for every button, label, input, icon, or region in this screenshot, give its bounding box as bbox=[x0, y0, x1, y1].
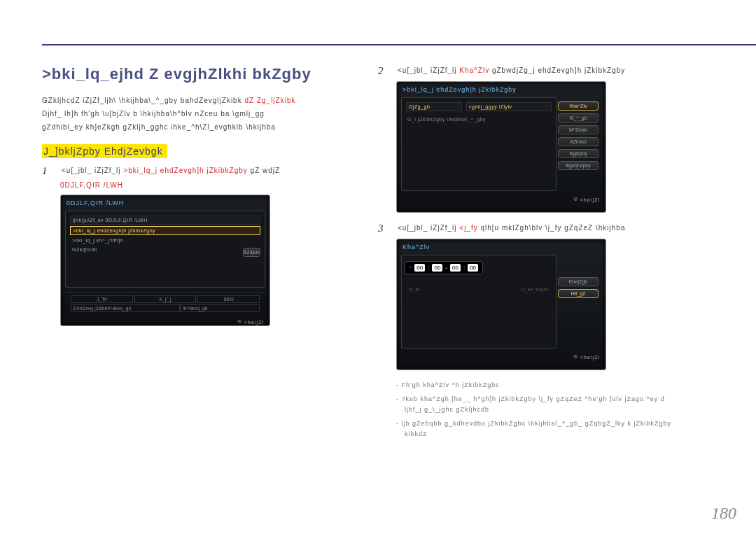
step-1-text-red: >bki_lq_j ehdZevgh]h jZkibkZgby bbox=[123, 167, 247, 174]
step-3-text-b: qlh[u mklZgh\blv \j_fy gZqZeZ \hkijhba bbox=[478, 224, 626, 232]
step-3-text-red: <j_fy bbox=[459, 224, 477, 232]
screenshot-1: 0DJLF,QIR /LWH ljhb|ju\Zf_ev 0DJLF,QIR /… bbox=[60, 195, 270, 326]
time-caret-icon: ^ bbox=[410, 265, 412, 270]
shot2-btn-5[interactable]: Bglbj\bij bbox=[558, 149, 598, 158]
step-1-text-a: <u[_jbl_ iZjZf_lj bbox=[62, 167, 123, 174]
note-2b: ljbf_j g_\_jghc gZkljhcdb bbox=[405, 405, 756, 414]
page-heading: >bki_lq_ejhd Z evgjhZlkhi bkZgby bbox=[42, 65, 350, 83]
shot2-tab-2[interactable]: <gmlj_ggyy iZlylv bbox=[466, 102, 552, 111]
screenshot-2: >bki_lq_j ehdZevgh]h jZkibkZgby OjZg_gb … bbox=[396, 81, 606, 213]
screenshot-3: Kha^Zlv ^ 00 : 00 - 00 : 00 Ih_fe Li_ee_… bbox=[396, 239, 606, 370]
shot3-btn-2[interactable]: Hlf_gZ bbox=[558, 289, 598, 298]
shot3-back-button[interactable]: ⟲<ha\jZl bbox=[573, 354, 600, 360]
step-1-text: <u[_jbl_ iZjZf_lj >bki_lq_j ehdZevgh]h j… bbox=[62, 165, 280, 176]
shot2-btn-4[interactable]: AZimkd bbox=[558, 137, 598, 146]
shot1-title: 0DJLF,QIR /LWH bbox=[61, 195, 270, 211]
step-2-text-red: Kha^Zlv bbox=[459, 66, 489, 74]
shot1-foot-b: K_j'_j bbox=[134, 295, 197, 303]
shot2-create-button[interactable]: Kha^Zlv bbox=[558, 101, 598, 111]
back-arc-icon: ⟲ bbox=[573, 197, 578, 202]
note-3: - ljb gZebqbb g_kdhevdbo jZkibkZgbc \hki… bbox=[396, 419, 756, 428]
shot2-btn-6[interactable]: Bgnhj\Zpby bbox=[558, 161, 598, 170]
page-number: 180 bbox=[711, 504, 736, 523]
intro-line-1: GZkljhcdZ iZjZf_ljh\ \hkijhba\_^_gby bah… bbox=[42, 94, 350, 106]
shot3-hint-2: Li_ee_evghk bbox=[521, 287, 549, 292]
step-2-text: <u[_jbl_ iZjZf_lj Kha^Zlv gZbwdjZg_j ehd… bbox=[398, 65, 625, 76]
shot1-menu-item-4[interactable]: GZkljhcdb bbox=[70, 246, 260, 253]
shot1-footer-row: J_'bf K_j'_j 86% bbox=[71, 295, 260, 303]
shot1-foot2r: lh^dexq_gb bbox=[180, 304, 260, 312]
shot1-foot-a: J_'bf bbox=[71, 295, 133, 303]
step-2-text-b: gZbwdjZg_j ehdZevgh]h jZkibkZgby bbox=[489, 66, 625, 74]
note-1: - Fh'gh kha^Zlv ^h jZkibkZgbc bbox=[396, 380, 756, 390]
shot1-menu-item-2[interactable]: >bki_lq_j ehdZevgh]h jZkibkZgby bbox=[70, 226, 260, 235]
shot3-title: Kha^Zlv bbox=[397, 239, 606, 255]
back-arc-icon: ⟲ bbox=[237, 319, 242, 325]
step-2-number: 2 bbox=[378, 65, 389, 77]
time-seg-1[interactable]: 00 bbox=[414, 264, 425, 272]
shot2-tab-1[interactable]: OjZg_gb bbox=[406, 102, 462, 111]
shot1-close-button[interactable]: AZdjulv bbox=[243, 248, 260, 257]
section-subheading: J_]bkljZpby EhdjZevbgk bbox=[42, 144, 167, 158]
time-seg-3[interactable]: 00 bbox=[450, 264, 461, 272]
shot1-menu-item-1[interactable]: ljhb|ju\Zf_ev 0DJLF,QIR /LWH bbox=[70, 216, 260, 225]
time-seg-2[interactable]: 00 bbox=[432, 264, 442, 272]
shot3-btn-1[interactable]: Khe|Zgb bbox=[558, 277, 598, 286]
note-3b: klbkdZ bbox=[405, 429, 756, 439]
shot3-back-label: <ha\jZl bbox=[580, 355, 600, 360]
shot2-btn-3[interactable]: M^Zeblv bbox=[558, 125, 598, 134]
shot3-time-input[interactable]: ^ 00 : 00 - 00 : 00 bbox=[405, 261, 483, 274]
shot1-back-label: <ha\jZl bbox=[244, 320, 264, 325]
time-seg-4[interactable]: 00 bbox=[468, 264, 478, 272]
step-1-number: 1 bbox=[42, 165, 53, 177]
back-arc-icon: ⟲ bbox=[573, 354, 578, 360]
shot1-back-button[interactable]: ⟲<ha\jZl bbox=[237, 319, 264, 325]
shot1-foot-c: 86% bbox=[197, 295, 260, 303]
shot2-hint: G_l jZkibkZgby \hkijhba\_^_gby bbox=[405, 113, 553, 126]
intro-line-2: Djhf_ lh]h fh'gh \u[bjZlv b \hkijhba\h^b… bbox=[42, 108, 350, 120]
step-2-text-a: <u[_jbl_ iZjZf_lj bbox=[398, 66, 459, 74]
step-1-text-b: gZ wdjZ bbox=[248, 167, 280, 174]
intro-line-1-red: dZ Zg_ljZkibk bbox=[244, 97, 295, 104]
step-3-text-a: <u[_jbl_ iZjZf_lj bbox=[398, 224, 459, 232]
shot3-hint-1: Ih_fe bbox=[409, 287, 420, 292]
shot2-back-label: <ha\jZl bbox=[580, 197, 600, 202]
shot1-foot2: EhdZevg jZkibkh^dexq_gb bbox=[71, 304, 180, 312]
step-1-redline: 0DJLF,QIR /LWH bbox=[60, 181, 350, 189]
step-3-number: 3 bbox=[378, 223, 389, 234]
shot1-menu-item-3[interactable]: >bki_lq_j kh^_j'bfh]h bbox=[70, 237, 260, 244]
shot2-title: >bki_lq_j ehdZevgh]h jZkibkZgby bbox=[397, 82, 606, 97]
notes-block: - Fh'gh kha^Zlv ^h jZkibkZgbc - ?keb kha… bbox=[396, 380, 756, 439]
shot2-btn-2[interactable]: Ki_^_gb bbox=[558, 113, 598, 122]
intro-line-1a: GZkljhcdZ iZjZf_ljh\ \hkijhba\_^_gby bah… bbox=[42, 97, 242, 104]
step-3-text: <u[_jbl_ iZjZf_lj <j_fy qlh[u mklZgh\blv… bbox=[398, 223, 625, 234]
note-2: - ?keb kha^Zgh [he__ h^gh]h jZkibkZgby \… bbox=[396, 394, 756, 404]
shot2-back-button[interactable]: ⟲<ha\jZl bbox=[573, 197, 600, 202]
intro-line-3: gZdhibl_ey kh]eZkgh gZkljh_gghc ihke_^h\… bbox=[42, 121, 350, 133]
